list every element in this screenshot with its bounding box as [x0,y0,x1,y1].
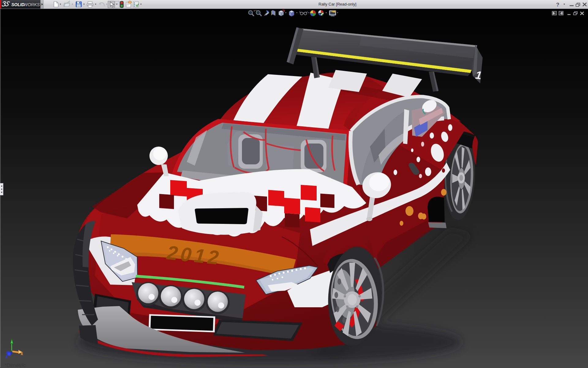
svg-text:1: 1 [475,68,483,82]
svg-text:?: ? [556,2,559,8]
svg-text:z: z [6,354,8,359]
svg-text:x: x [21,351,23,356]
svg-text:SOLID: SOLID [11,2,24,7]
svg-text:WORKS: WORKS [24,2,40,7]
